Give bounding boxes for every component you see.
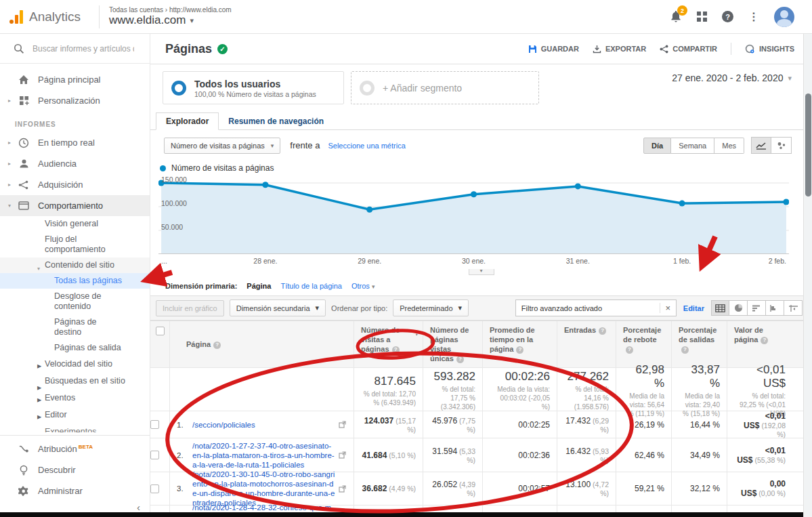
percentage-view-button[interactable]: [729, 300, 748, 316]
insights-button[interactable]: INSIGHTS: [745, 44, 794, 54]
col-entrances-sortable[interactable]: Entradas?: [557, 321, 616, 367]
line-chart-button[interactable]: [751, 137, 771, 154]
metric-dropdown[interactable]: Número de visitas a páginas ▾: [164, 138, 280, 154]
external-link-icon[interactable]: [339, 451, 347, 459]
help-icon[interactable]: ?: [626, 346, 633, 354]
sidebar-item-site-speed[interactable]: ▸ Velocidad del sitio: [0, 356, 150, 373]
help-icon[interactable]: ?: [761, 337, 768, 344]
search-input[interactable]: [33, 44, 134, 54]
clear-filter-icon[interactable]: ×: [660, 303, 676, 313]
sidebar-item-discover[interactable]: Descubrir: [0, 459, 150, 480]
filter-input[interactable]: [516, 304, 660, 312]
page-link[interactable]: /seccion/policiales: [192, 420, 335, 430]
legend-label: Número de visitas a páginas: [171, 163, 274, 173]
scrollbar-thumb[interactable]: [805, 94, 811, 197]
external-link-icon[interactable]: [339, 485, 347, 493]
external-link-icon[interactable]: [339, 421, 347, 428]
performance-view-button[interactable]: [748, 300, 766, 316]
row-checkbox[interactable]: [150, 484, 159, 493]
help-icon[interactable]: ?: [516, 346, 523, 354]
edit-filter-link[interactable]: Editar: [683, 304, 704, 312]
table-totals-row: 817.645% del total: 12,70 % (6.439.949) …: [150, 368, 812, 411]
granularity-day[interactable]: Día: [643, 138, 671, 154]
page-link[interactable]: /nota/2020-1-27-2-37-40-otro-asesinato-e…: [192, 441, 335, 470]
tab-explorer[interactable]: Explorador: [156, 112, 219, 130]
chart-expander[interactable]: ▾: [469, 269, 494, 275]
select-all-checkbox[interactable]: [156, 327, 165, 335]
sidebar-item-experiments[interactable]: Experimentos: [0, 423, 150, 432]
col-time-sortable[interactable]: Promedio de tiempo en la página?: [482, 321, 557, 367]
sidebar-item-realtime[interactable]: ▸ En tiempo real: [0, 132, 150, 153]
sidebar-item-behavior-flow[interactable]: Flujo del comportamiento: [0, 232, 108, 257]
sidebar-item-attribution[interactable]: AtribuciónBETA: [0, 438, 150, 459]
sidebar-item-behavior[interactable]: ▾ Comportamiento: [0, 195, 150, 216]
sidebar-item-home[interactable]: Página principal: [0, 69, 150, 90]
table-row: 2. /nota/2020-1-27-2-37-40-otro-asesinat…: [150, 438, 812, 472]
sidebar-item-all-pages[interactable]: Todas las páginas: [0, 273, 150, 289]
sidebar-item-exit-pages[interactable]: Páginas de salida: [0, 340, 150, 356]
sidebar-item-admin[interactable]: Administrar: [0, 480, 150, 501]
add-segment-button[interactable]: + Añadir segmento: [351, 71, 539, 104]
granularity-month[interactable]: Mes: [714, 138, 744, 154]
avatar[interactable]: [774, 7, 794, 27]
more-menu-icon[interactable]: ⋮: [748, 10, 759, 23]
dimension-others[interactable]: Otros ▾: [351, 282, 375, 290]
comparison-view-button[interactable]: [766, 300, 784, 316]
sidebar-item-site-content[interactable]: ▾ Contenido del sitio: [0, 257, 150, 273]
granularity-week[interactable]: Semana: [671, 138, 714, 154]
apps-grid-icon[interactable]: [697, 12, 707, 22]
sidebar-item-content-drilldown[interactable]: Desglose de contenido: [0, 289, 129, 314]
sidebar-collapse-button[interactable]: ‹: [137, 501, 140, 513]
help-icon[interactable]: ?: [681, 346, 689, 354]
traffic-chart-svg[interactable]: [158, 178, 789, 254]
col-exit-sortable[interactable]: Porcentaje de salidas?: [671, 321, 727, 367]
help-icon[interactable]: ?: [722, 11, 733, 22]
sidebar-item-events[interactable]: ▸ Eventos: [0, 390, 150, 407]
sidebar-item-publisher[interactable]: ▸ Editor: [0, 407, 150, 423]
expand-icon: ▸: [5, 182, 14, 188]
save-button[interactable]: GUARDAR: [528, 45, 579, 54]
help-icon[interactable]: ?: [392, 346, 400, 354]
sidebar-item-landing-pages[interactable]: Páginas de destino: [0, 314, 119, 340]
sidebar-item-acquisition[interactable]: ▸ Adquisición: [0, 174, 150, 195]
tab-navigation-summary[interactable]: Resumen de navegación: [219, 113, 333, 129]
share-button[interactable]: COMPARTIR: [660, 45, 717, 54]
motion-chart-button[interactable]: [771, 137, 792, 154]
notifications-button[interactable]: 2: [670, 10, 682, 23]
search-icon: [14, 43, 24, 54]
segment-all-users[interactable]: Todos los usuarios 100,00 % Número de vi…: [163, 71, 344, 104]
sidebar-item-site-search[interactable]: ▸ Búsquedas en el sitio: [0, 373, 150, 390]
account-name: www.eldia.com: [109, 14, 186, 27]
date-range-selector[interactable]: 27 ene. 2020 - 2 feb. 2020 ▾: [672, 73, 792, 83]
dimension-page-title[interactable]: Título de la página: [280, 282, 342, 290]
account-selector[interactable]: www.eldia.com ▾: [109, 14, 232, 27]
chevron-down-icon: ▾: [458, 304, 463, 312]
col-value-sortable[interactable]: Valor de página?: [727, 321, 792, 367]
data-view-button[interactable]: [711, 300, 729, 316]
sidebar-item-audience[interactable]: ▸ Audiencia: [0, 153, 150, 174]
sort-type-dropdown[interactable]: Predeterminado ▾: [393, 299, 469, 316]
secondary-dimension-dropdown[interactable]: Dimensión secundaria ▾: [230, 299, 326, 316]
vertical-scrollbar[interactable]: [803, 34, 812, 517]
row-checkbox[interactable]: [150, 451, 159, 459]
page-link[interactable]: /nota/2020-1-30-10-45-0-otro-robo-sangri…: [192, 470, 335, 508]
pie-chart-icon: [734, 304, 743, 312]
sidebar-item-customization[interactable]: ▸ Personalización: [0, 90, 150, 111]
pivot-view-button[interactable]: [784, 300, 803, 316]
sidebar-item-overview[interactable]: Visión general: [0, 216, 150, 232]
help-icon[interactable]: ?: [213, 342, 221, 349]
traffic-chart[interactable]: 150.000100.00050.000: [158, 178, 789, 254]
col-bounce-sortable[interactable]: Porcentaje de rebote?: [616, 321, 671, 367]
col-visits-sortable[interactable]: Número de visitas a páginas?↓: [354, 321, 423, 367]
export-button[interactable]: EXPORTAR: [593, 45, 646, 54]
line-chart-icon: [756, 142, 767, 150]
plot-rows-button[interactable]: Incluir en gráfico: [156, 300, 224, 316]
col-unique-sortable[interactable]: Número de páginas vistas únicas?: [423, 321, 482, 367]
analytics-logo[interactable]: Analytics: [9, 9, 89, 24]
help-icon[interactable]: ?: [456, 356, 464, 363]
row-checkbox[interactable]: [150, 420, 159, 429]
select-metric-link[interactable]: Seleccione una métrica: [328, 142, 405, 150]
help-icon[interactable]: ?: [599, 327, 606, 335]
dimension-page[interactable]: Página: [247, 282, 271, 290]
table-row: 1. /seccion/policiales 124.037(15,17 %) …: [150, 411, 812, 438]
